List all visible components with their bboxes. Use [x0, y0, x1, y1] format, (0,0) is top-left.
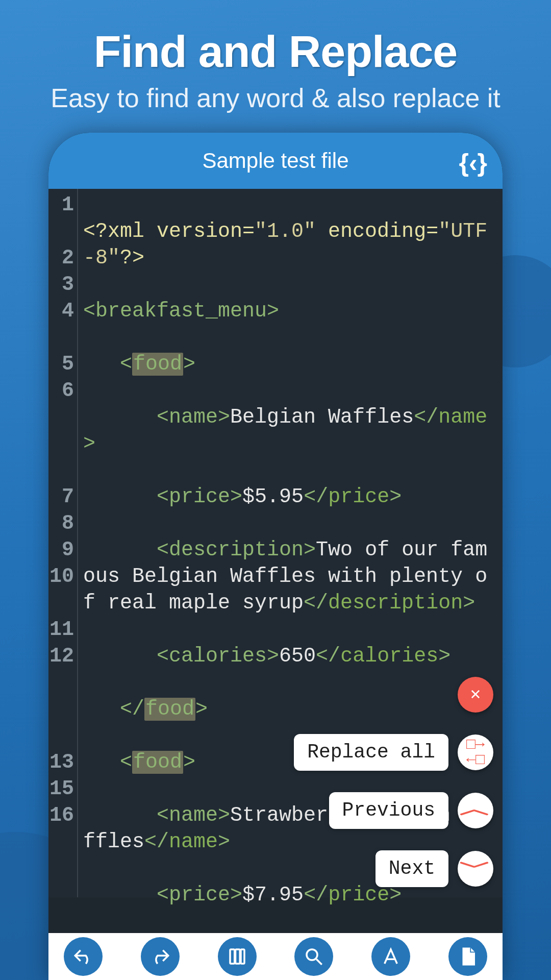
- svg-rect-2: [241, 949, 244, 964]
- replace-icon: □→←□: [466, 737, 485, 768]
- pdf-icon: PDF: [457, 946, 479, 967]
- line-number: 13: [48, 749, 74, 776]
- font-icon: [380, 946, 402, 967]
- promo-subtitle: Easy to find any word & also replace it: [0, 83, 551, 113]
- next-button[interactable]: ﹀: [458, 851, 493, 887]
- phone-frame: Sample test file {‹} 1 2 3 4 5 6 7 8 9 1…: [48, 133, 503, 980]
- line-number: 3: [48, 272, 74, 298]
- bottom-toolbar: PDF: [48, 933, 503, 980]
- line-number-gutter: 1 2 3 4 5 6 7 8 9 10 11 12 13 15 16: [48, 189, 78, 897]
- replace-all-button[interactable]: □→←□: [458, 734, 493, 770]
- line-number: 11: [48, 617, 74, 643]
- search-match: food: [144, 698, 195, 721]
- search-match: food: [132, 353, 183, 376]
- svg-rect-1: [235, 949, 240, 964]
- next-label: Next: [375, 850, 448, 887]
- redo-icon: [149, 946, 171, 967]
- search-button[interactable]: [294, 937, 333, 976]
- svg-rect-0: [230, 949, 235, 964]
- replace-all-label: Replace all: [294, 734, 448, 771]
- share-code-icon[interactable]: {‹}: [459, 148, 487, 178]
- line-number: 4: [48, 298, 74, 325]
- app-bar: Sample test file {‹}: [48, 133, 503, 189]
- code-editor[interactable]: 1 2 3 4 5 6 7 8 9 10 11 12 13 15 16 <?xm…: [48, 189, 503, 897]
- line-number: 7: [48, 484, 74, 510]
- close-button[interactable]: ✕: [458, 677, 493, 713]
- line-number: 6: [48, 378, 74, 404]
- font-button[interactable]: [371, 937, 410, 976]
- columns-icon: [227, 946, 248, 967]
- line-number: 9: [48, 537, 74, 564]
- line-number: 10: [48, 564, 74, 590]
- export-pdf-button[interactable]: PDF: [448, 937, 487, 976]
- svg-text:PDF: PDF: [462, 957, 473, 963]
- line-number: 16: [48, 802, 74, 829]
- previous-label: Previous: [329, 792, 448, 829]
- line-number: 12: [48, 643, 74, 670]
- close-icon: ✕: [470, 681, 481, 708]
- line-number: 5: [48, 351, 74, 378]
- promo-title: Find and Replace: [0, 26, 551, 78]
- chevron-up-icon: ︿: [459, 797, 492, 824]
- columns-button[interactable]: [218, 937, 257, 976]
- search-icon: [303, 946, 324, 967]
- previous-button[interactable]: ︿: [458, 793, 493, 828]
- file-title: Sample test file: [202, 149, 348, 173]
- line-number: 8: [48, 510, 74, 537]
- undo-icon: [72, 946, 94, 967]
- chevron-down-icon: ﹀: [459, 855, 492, 882]
- redo-button[interactable]: [141, 937, 180, 976]
- line-number: 1: [48, 192, 74, 218]
- undo-button[interactable]: [64, 937, 103, 976]
- line-number: 2: [48, 245, 74, 272]
- svg-point-3: [307, 949, 317, 960]
- line-number: 15: [48, 776, 74, 802]
- find-replace-controls: ✕ Replace all □→←□ Previous ︿ Next ﹀: [294, 677, 493, 887]
- search-match: food: [132, 751, 183, 774]
